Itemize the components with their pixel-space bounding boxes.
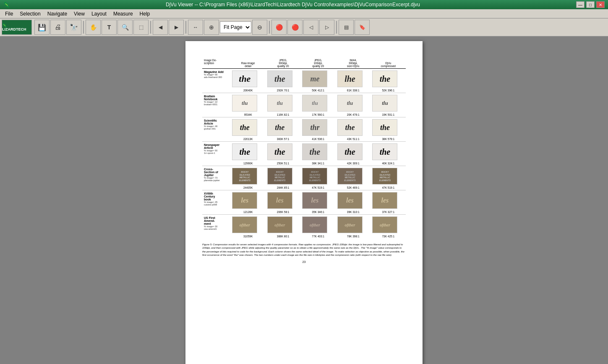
zoom-all-button[interactable]: 🔭 xyxy=(66,20,81,35)
minimize-button[interactable]: — xyxy=(576,1,585,8)
maximize-button[interactable]: □ xyxy=(586,1,595,8)
row-info-scientific: % image= 46grahan-001 xyxy=(204,125,229,130)
menu-measure[interactable]: Measure xyxy=(110,10,136,18)
table-row: XVIIIthCenturybook % image= 45cuisine-p0… xyxy=(202,190,406,210)
img-cell-iw44-scientific: the xyxy=(336,117,371,137)
toolbar-separator-3 xyxy=(185,21,186,34)
table-row-stats: 12990K 250K 51:1 38K 341:1 42K 309:1 40K… xyxy=(202,161,406,166)
close-button[interactable]: ✕ xyxy=(596,1,605,8)
menubar: File Selection Navigate View Layout Meas… xyxy=(0,9,608,18)
forward-button[interactable]: ▷ xyxy=(319,20,334,35)
page-layout-button[interactable]: ▤ xyxy=(339,20,354,35)
stat-jpeg300-century: 206K 58:1 xyxy=(266,210,301,215)
figure-caption: Figure 5: Compression results for seven … xyxy=(202,243,406,257)
stat-raw-amendment: 31059K xyxy=(230,234,266,239)
stat-iw44-scientific: 43K 511:1 xyxy=(336,137,371,142)
bookmark-button[interactable]: 🔖 xyxy=(355,20,370,35)
row-info-magazine: % image= 56ads-freehand-300 xyxy=(204,73,229,78)
img-cell-jpeg100-jupiter: ROCKYSILICATESMETALLICELEMENTS xyxy=(300,166,336,186)
table-row-stats: 22013K 383K 57:1 41K 536:1 43K 511:1 38K… xyxy=(202,137,406,142)
row-title-jupiter: Cross-Section ofJupiter xyxy=(204,168,229,177)
logo-button[interactable]: 🦎 LIZARDTECH xyxy=(2,20,32,35)
img-cell-jpeg300-amendment: ofther xyxy=(266,215,301,234)
fit-page-select[interactable]: Fit Page xyxy=(220,21,251,33)
menu-layout[interactable]: Layout xyxy=(88,10,110,18)
table-row: US FirstAmend-ment % image= 30usa-amend1… xyxy=(202,215,406,234)
word-image: les xyxy=(372,192,397,209)
prev-page-button[interactable]: ◀ xyxy=(153,20,168,35)
word-image: tlu xyxy=(337,95,363,112)
stat-jpeg300-amendment: 388K 80:1 xyxy=(266,234,301,239)
main-area[interactable]: Image De-scription Raw imagedetail JPEG,… xyxy=(0,37,608,364)
img-cell-jpeg100-brattain: tlu xyxy=(300,93,336,113)
stat-jpeg300-magazine: 292K 70:1 xyxy=(266,88,301,93)
row-info-amendment: % image= 30usa-amend1 xyxy=(204,225,229,230)
desc-cell-magazine: Magazine Add % image= 56ads-freehand-300 xyxy=(202,69,230,93)
comparison-table: Image De-scription Raw imagedetail JPEG,… xyxy=(202,58,406,239)
zoom-minus-button[interactable]: ⊖ xyxy=(252,20,267,35)
toolbar: 🦎 LIZARDTECH 💾 🖨 🔭 ✋ T 🔍 ⬚ ◀ ▶ ↔ ⊕ Fit P… xyxy=(0,18,608,37)
img-cell-djvu-brattain: tlu xyxy=(371,93,406,113)
word-image: les xyxy=(302,192,327,209)
col-header-jpeg100: JPEG,100dpi,quality 20 xyxy=(300,58,336,69)
img-cell-raw-jupiter: ROCKYSILICATESMETALLICELEMENTS xyxy=(230,166,266,186)
stat-raw-scientific: 22013K xyxy=(230,137,266,142)
table-row: BrattainNotebook % image= 22brattain-000… xyxy=(202,93,406,113)
img-cell-jpeg300-newspaper: the xyxy=(266,142,301,161)
stat-jpeg100-brattain: 17K 560:1 xyxy=(300,112,336,117)
back-button[interactable]: ◁ xyxy=(303,20,318,35)
table-row-stats: 24405K 284K 85:1 47K 519:1 52K 469:1 47K… xyxy=(202,185,406,190)
img-cell-djvu-amendment: ofther xyxy=(371,215,406,234)
menu-file[interactable]: File xyxy=(2,10,16,18)
stat-raw-newspaper: 12990K xyxy=(230,161,266,166)
row-info-century: % image= 45cuisine-p098 xyxy=(204,201,229,206)
table-row-stats: 20640K 292K 70:1 50K 412:1 61K 338:1 52K… xyxy=(202,88,406,93)
menu-navigate[interactable]: Navigate xyxy=(44,10,70,18)
img-cell-raw-amendment: ofther xyxy=(230,215,266,234)
desc-cell-amendment: US FirstAmend-ment % image= 30usa-amend1 xyxy=(202,215,230,239)
img-cell-jpeg300-century: les xyxy=(266,190,301,210)
desc-cell-scientific: ScientificArticle % image= 46grahan-001 xyxy=(202,117,230,142)
img-cell-iw44-century: les xyxy=(336,190,371,210)
nav-back-button[interactable]: 🔴 xyxy=(271,20,287,35)
text-button[interactable]: T xyxy=(102,20,117,35)
fit-width-button[interactable]: ↔ xyxy=(188,20,203,35)
menu-selection[interactable]: Selection xyxy=(16,10,44,18)
word-image: the xyxy=(267,143,292,160)
row-title-amendment: US FirstAmend-ment xyxy=(204,216,229,225)
word-image: les xyxy=(337,192,363,209)
stat-jpeg300-brattain: 116K 82:1 xyxy=(266,112,301,117)
col-header-desc: Image De-scription xyxy=(202,58,230,69)
menu-help[interactable]: Help xyxy=(136,10,154,18)
word-image: the xyxy=(302,143,327,160)
nav-forward-button[interactable]: 🔴 xyxy=(287,20,303,35)
img-cell-jpeg100-amendment: ofther xyxy=(300,215,336,234)
document-page: Image De-scription Raw imagedetail JPEG,… xyxy=(185,41,423,364)
word-image: ROCKYSILICATESMETALLICELEMENTS xyxy=(267,168,292,185)
img-cell-raw-century: les xyxy=(230,190,266,210)
word-image: tlu xyxy=(232,95,257,112)
title-text: DjVu Viewer -- C:\Program Files (x86)\Li… xyxy=(166,2,420,8)
pan-button[interactable]: ✋ xyxy=(86,20,101,35)
stat-jpeg300-jupiter: 284K 85:1 xyxy=(266,185,301,190)
zoom-plus-button[interactable]: ⊕ xyxy=(204,20,219,35)
stat-djvu-century: 37K 327:1 xyxy=(371,210,406,215)
stat-jpeg100-century: 35K 346:1 xyxy=(300,210,336,215)
zoom-in-button[interactable]: 🔍 xyxy=(117,20,133,35)
row-title-newspaper: NewspaperArticle xyxy=(204,143,229,149)
select-button[interactable]: ⬚ xyxy=(133,20,149,35)
word-image: ofther xyxy=(267,216,292,233)
img-cell-raw-brattain: tlu xyxy=(230,93,266,113)
word-image: me xyxy=(302,70,327,87)
col-header-jpeg300: JPEG,300dpi,quality 20 xyxy=(266,58,301,69)
word-image: the xyxy=(267,119,292,136)
img-cell-djvu-scientific: the xyxy=(371,117,406,137)
desc-cell-brattain: BrattainNotebook % image= 22brattain-000… xyxy=(202,93,230,117)
stat-jpeg100-magazine: 50K 412:1 xyxy=(300,88,336,93)
menu-view[interactable]: View xyxy=(70,10,88,18)
word-image: ofther xyxy=(302,216,327,233)
next-page-button[interactable]: ▶ xyxy=(169,20,184,35)
save-button[interactable]: 💾 xyxy=(34,20,50,35)
stat-iw44-brattain: 20K 476:1 xyxy=(336,112,371,117)
print-button[interactable]: 🖨 xyxy=(50,20,65,35)
